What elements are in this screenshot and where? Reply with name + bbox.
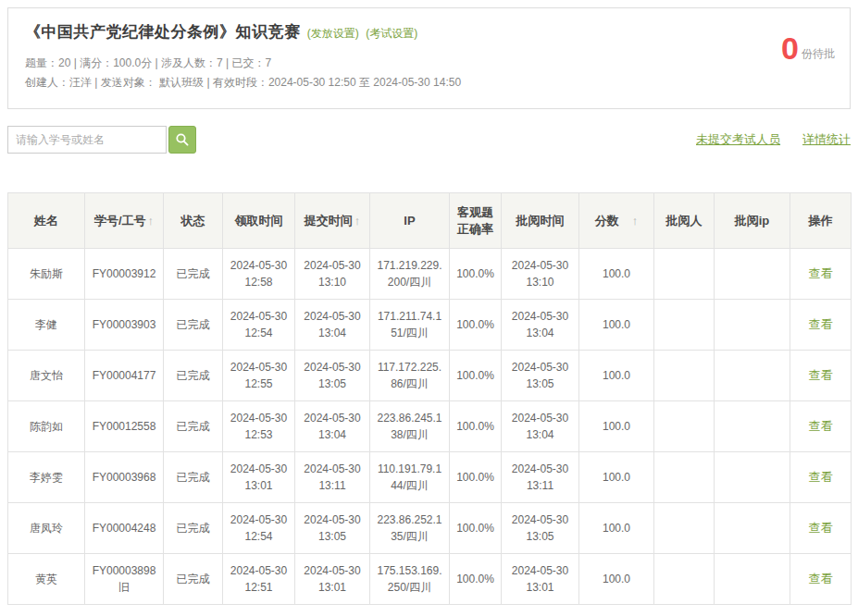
cell-review-ip: [715, 401, 790, 452]
toolbar: 未提交考试人员 详情统计: [7, 126, 851, 154]
col-review-time-label: 批阅时间: [516, 214, 565, 228]
view-link[interactable]: 查看: [809, 317, 833, 331]
cell-student-id: FY00004177: [85, 351, 164, 401]
cell-receive-time: 2024-05-30 12:58: [223, 249, 295, 300]
title-row: 《中国共产党纪律处分条例》知识竞赛 (发放设置) (考试设置): [25, 21, 833, 43]
cell-score: 100.0: [579, 401, 654, 452]
cell-student-id: FY00003968: [85, 452, 164, 503]
view-link[interactable]: 查看: [809, 470, 833, 484]
table-row: 唐文怡 FY00004177 已完成 2024-05-30 12:55 2024…: [8, 351, 852, 401]
search-icon: [175, 132, 190, 147]
col-status: 状态: [164, 193, 223, 249]
cell-action: 查看: [790, 554, 852, 605]
unsubmitted-students-link[interactable]: 未提交考试人员: [696, 131, 780, 148]
cell-objective-rate: 100.0%: [450, 249, 502, 300]
results-table: 姓名 学号/工号↑ 状态 领取时间 提交时间↑ IP 客观题正确率 批阅时间 分…: [7, 192, 852, 605]
cell-score: 100.0: [579, 249, 654, 300]
issue-settings-link[interactable]: (发放设置): [307, 27, 359, 40]
cell-student-id: FY00003912: [85, 249, 164, 300]
col-ip: IP: [370, 193, 450, 249]
cell-action: 查看: [790, 300, 852, 351]
cell-objective-rate: 100.0%: [450, 554, 502, 605]
cell-status: 已完成: [164, 554, 223, 605]
col-objective-rate: 客观题正确率: [450, 193, 502, 249]
page: 《中国共产党纪律处分条例》知识竞赛 (发放设置) (考试设置) 题量：20 | …: [0, 0, 851, 612]
cell-status: 已完成: [164, 503, 223, 554]
col-student-id[interactable]: 学号/工号↑: [85, 193, 164, 249]
search-input[interactable]: [7, 126, 167, 154]
col-receive-time: 领取时间: [223, 193, 295, 249]
col-receive-label: 领取时间: [235, 214, 283, 228]
col-submit-time[interactable]: 提交时间↑: [295, 193, 370, 249]
cell-submit-time: 2024-05-30 13:04: [295, 401, 370, 452]
exam-header-panel: 《中国共产党纪律处分条例》知识竞赛 (发放设置) (考试设置) 题量：20 | …: [7, 7, 851, 109]
col-action: 操作: [790, 193, 852, 249]
cell-action: 查看: [790, 401, 852, 452]
search-button[interactable]: [168, 126, 196, 154]
cell-reviewer: [654, 503, 715, 554]
cell-reviewer: [654, 401, 715, 452]
cell-name: 唐凤玲: [8, 503, 85, 554]
cell-objective-rate: 100.0%: [450, 401, 502, 452]
exam-stats-line2: 创建人：汪洋 | 发送对象： 默认班级 | 有效时段：2024-05-30 12…: [25, 73, 833, 92]
sort-up-icon[interactable]: ↑: [354, 214, 361, 228]
cell-action: 查看: [790, 503, 852, 554]
cell-receive-time: 2024-05-30 12:54: [223, 503, 295, 554]
table-row: 陈韵如 FY00012558 已完成 2024-05-30 12:53 2024…: [8, 401, 852, 452]
col-name-label: 姓名: [34, 214, 58, 228]
cell-review-ip: [715, 249, 790, 300]
view-link[interactable]: 查看: [809, 521, 833, 535]
cell-reviewer: [654, 554, 715, 605]
cell-ip: 223.86.245.138/四川: [370, 401, 450, 452]
cell-submit-time: 2024-05-30 13:10: [295, 249, 370, 300]
cell-student-id: FY00003903: [85, 300, 164, 351]
detail-stats-link[interactable]: 详情统计: [802, 131, 851, 148]
cell-review-time: 2024-05-30 13:04: [502, 300, 579, 351]
view-link[interactable]: 查看: [809, 572, 833, 585]
cell-reviewer: [654, 249, 715, 300]
cell-score: 100.0: [579, 300, 654, 351]
col-score-label: 分数: [595, 214, 619, 228]
pending-label: 份待批: [802, 46, 835, 62]
col-review-ip: 批阅ip: [715, 193, 790, 249]
exam-settings-link[interactable]: (考试设置): [366, 27, 417, 40]
cell-ip: 171.211.74.151/四川: [370, 300, 450, 351]
sort-up-icon[interactable]: ↑: [632, 214, 639, 228]
col-id-label: 学号/工号: [94, 214, 146, 228]
cell-review-ip: [715, 351, 790, 401]
view-link[interactable]: 查看: [809, 266, 833, 280]
page-title: 《中国共产党纪律处分条例》知识竞赛: [25, 23, 301, 41]
sort-up-icon[interactable]: ↑: [148, 214, 155, 228]
col-name: 姓名: [8, 193, 85, 249]
cell-reviewer: [654, 452, 715, 503]
view-link[interactable]: 查看: [809, 419, 833, 433]
cell-submit-time: 2024-05-30 13:05: [295, 351, 370, 401]
cell-review-time: 2024-05-30 13:11: [502, 452, 579, 503]
cell-receive-time: 2024-05-30 12:54: [223, 300, 295, 351]
col-submit-label: 提交时间: [305, 214, 353, 228]
cell-score: 100.0: [579, 503, 654, 554]
cell-ip: 171.219.229.200/四川: [370, 249, 450, 300]
view-link[interactable]: 查看: [809, 368, 833, 382]
cell-ip: 110.191.79.144/四川: [370, 452, 450, 503]
col-review-time: 批阅时间: [502, 193, 579, 249]
cell-objective-rate: 100.0%: [450, 503, 502, 554]
cell-reviewer: [654, 300, 715, 351]
table-row: 黄英 FY00003898旧 已完成 2024-05-30 12:51 2024…: [8, 554, 852, 605]
table-row: 李健 FY00003903 已完成 2024-05-30 12:54 2024-…: [8, 300, 852, 351]
cell-status: 已完成: [164, 249, 223, 300]
cell-ip: 223.86.252.135/四川: [370, 503, 450, 554]
col-score[interactable]: 分数↑: [579, 193, 654, 249]
table-row: 李婷雯 FY00003968 已完成 2024-05-30 13:01 2024…: [8, 452, 852, 503]
col-action-label: 操作: [809, 214, 833, 228]
table-body: 朱励斯 FY00003912 已完成 2024-05-30 12:58 2024…: [8, 249, 852, 605]
cell-receive-time: 2024-05-30 12:55: [223, 351, 295, 401]
cell-submit-time: 2024-05-30 13:05: [295, 503, 370, 554]
col-ip-label: IP: [404, 214, 415, 228]
cell-review-time: 2024-05-30 13:04: [502, 401, 579, 452]
cell-action: 查看: [790, 452, 852, 503]
cell-action: 查看: [790, 351, 852, 401]
cell-review-time: 2024-05-30 13:05: [502, 351, 579, 401]
col-reviewer: 批阅人: [654, 193, 715, 249]
table-row: 朱励斯 FY00003912 已完成 2024-05-30 12:58 2024…: [8, 249, 852, 300]
